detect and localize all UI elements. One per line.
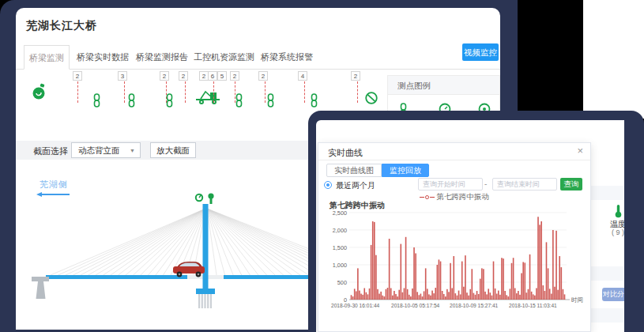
- chain-sensor-icon[interactable]: [165, 93, 175, 108]
- wind-sensor-icon[interactable]: [32, 83, 46, 100]
- chart-bar: [384, 296, 386, 300]
- chart-bar: [410, 296, 412, 300]
- radio-label: 最近两个月: [336, 180, 375, 191]
- chart-bar: [395, 294, 397, 300]
- chart-bar: [486, 294, 488, 300]
- chart-bar: [428, 294, 430, 300]
- sensor-dash-line: [213, 81, 214, 103]
- chart-bar: [437, 265, 439, 300]
- chart-bar: [519, 295, 521, 300]
- svg-text:2,500: 2,500: [333, 209, 347, 217]
- chart-bar: [366, 292, 367, 300]
- chart-bar: [392, 296, 394, 300]
- chart-bar: [412, 289, 413, 300]
- chart-bar: [496, 294, 498, 300]
- tab-system-alarm[interactable]: 桥梁系统报警: [261, 45, 313, 70]
- chart-bar: [540, 221, 542, 300]
- last-two-months-radio[interactable]: [324, 181, 332, 189]
- section-select-dropdown[interactable]: 动态背立面 ▼: [71, 142, 141, 158]
- chart-bar: [386, 289, 387, 300]
- chart-bar: [490, 292, 491, 300]
- page-title: 芜湖长江大桥: [26, 19, 97, 33]
- chart-bar: [369, 289, 371, 300]
- chain-sensor-icon[interactable]: [310, 93, 319, 108]
- chart-bar: [528, 289, 529, 300]
- chart-bar: [389, 239, 390, 300]
- chart-bar: [473, 293, 475, 300]
- chart-bar: [526, 292, 528, 300]
- sensor-count-badge: 2: [351, 71, 360, 81]
- chart-bar: [425, 268, 427, 300]
- chart-bar: [561, 267, 563, 300]
- chart-bar: [420, 294, 422, 300]
- query-end-time-input[interactable]: [492, 178, 557, 191]
- chart-bar: [498, 291, 499, 300]
- chain-sensor-icon[interactable]: [235, 93, 244, 108]
- chart-bar: [468, 296, 469, 300]
- tower-top-sensor-icon[interactable]: [196, 193, 214, 204]
- chain-sensor-icon[interactable]: [92, 93, 102, 108]
- tab-realtime-curve[interactable]: 实时曲线图: [326, 164, 382, 177]
- chart-bar: [457, 296, 458, 300]
- car: [173, 262, 205, 277]
- chart-bar: [382, 296, 383, 300]
- chart-bar: [544, 291, 546, 300]
- sensor-dash-line: [304, 81, 305, 103]
- modal-header: 实时曲线 ×: [318, 143, 590, 160]
- tower-footing: [196, 289, 215, 294]
- tab-ipc-resource[interactable]: 工控机资源监测: [194, 45, 254, 70]
- chart-bar: [524, 262, 525, 300]
- legend-panel-title: 测点图例: [388, 76, 499, 95]
- chart-bar: [503, 258, 504, 300]
- chart-bar: [471, 269, 473, 300]
- chart-bar: [484, 292, 486, 300]
- video-monitor-button[interactable]: 视频监控: [462, 43, 499, 61]
- chart-bar: [439, 259, 440, 300]
- chart-bar: [481, 268, 483, 300]
- sensor-count-badge: 5: [217, 71, 227, 81]
- chart-bar: [415, 253, 416, 300]
- compare-analysis-button[interactable]: 对比分析: [602, 288, 624, 301]
- chart-bar: [404, 288, 405, 300]
- chain-sensor-icon[interactable]: [127, 93, 137, 108]
- chart-bar: [536, 288, 537, 300]
- section-select-value: 动态背立面: [78, 145, 120, 155]
- chart-bar: [476, 291, 478, 300]
- thermometer-icon[interactable]: [612, 204, 624, 218]
- chart-bar: [495, 289, 496, 300]
- chart-bar: [563, 289, 564, 300]
- chart-bar: [357, 268, 359, 300]
- query-start-time-input[interactable]: [418, 178, 483, 191]
- tab-monitor-playback[interactable]: 监控回放: [382, 164, 429, 177]
- chart-bar: [478, 294, 480, 300]
- chart-bar: [466, 292, 468, 300]
- tab-monitor-report[interactable]: 桥梁监测报告: [136, 45, 188, 70]
- sensor-count-badge: 3: [118, 71, 127, 81]
- chart-bar: [351, 295, 352, 300]
- prohibited-sensor-icon[interactable]: [364, 91, 378, 105]
- chart-bar: [451, 288, 453, 300]
- chart-bar: [513, 258, 514, 300]
- chart-bar: [422, 296, 424, 300]
- chart-bar: [491, 296, 493, 300]
- chart-bar: [557, 290, 559, 300]
- main-tab-bar: 桥梁监测 桥梁实时数据 桥梁监测报告 工控机资源监测 桥梁系统报警: [16, 45, 500, 70]
- tab-bridge-monitoring[interactable]: 桥梁监测: [24, 45, 70, 70]
- svg-text:2,000: 2,000: [333, 227, 347, 234]
- sensor-dash-line: [185, 81, 186, 103]
- legend-line-marker: [420, 197, 424, 198]
- query-button[interactable]: 查询: [560, 178, 582, 191]
- tab-realtime-data[interactable]: 桥梁实时数据: [77, 45, 129, 70]
- chain-sensor-icon[interactable]: [266, 93, 276, 108]
- chart-bar: [511, 263, 513, 300]
- chart-bar: [458, 291, 460, 300]
- chart-bar: [488, 289, 489, 300]
- svg-text:1,000: 1,000: [333, 262, 347, 269]
- weigh-truck-icon[interactable]: [194, 89, 221, 106]
- enlarge-section-button[interactable]: 放大截面: [150, 142, 196, 158]
- sensor-dash-line: [357, 81, 358, 103]
- chart-bar: [427, 289, 428, 300]
- chart-bar: [424, 291, 425, 300]
- chart-bar: [356, 291, 357, 300]
- close-icon[interactable]: ×: [577, 145, 583, 157]
